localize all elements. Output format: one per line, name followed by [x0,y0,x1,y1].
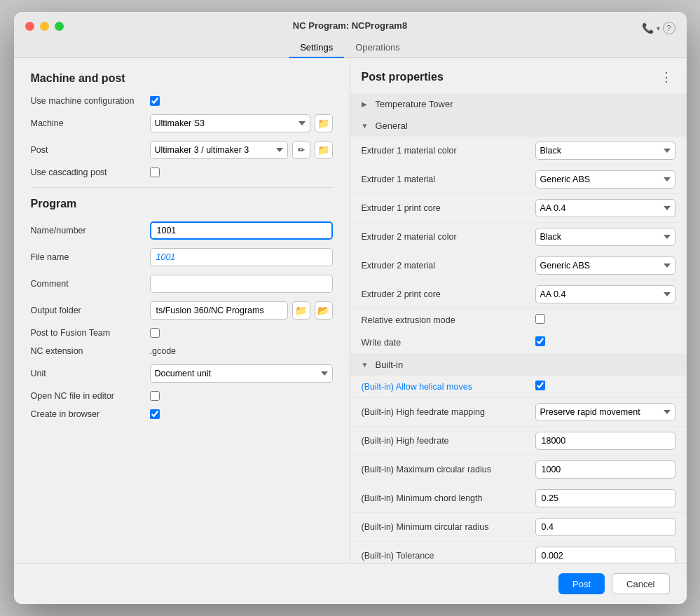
general-header[interactable]: ▼ General [350,115,687,137]
extruder2-color-row: Extruder 2 material color Black [350,223,687,252]
extruder2-material-label: Extruder 2 material [362,261,535,271]
use-cascading-checkbox[interactable] [150,167,160,177]
machine-label: Machine [31,118,150,128]
high-feedrate-mapping-select[interactable]: Preserve rapid movement [535,403,675,421]
allow-helical-row: (Built-in) Allow helical moves [350,376,687,398]
extruder2-material-select[interactable]: Generic ABS [535,256,675,275]
high-feedrate-label: (Built-in) High feedrate [362,436,535,446]
window-title: NC Program: NCProgram8 [293,20,407,31]
open-nc-row: Open NC file in editor [31,391,333,401]
post-edit-button[interactable]: ✏ [292,141,310,159]
nc-extension-label: NC extension [31,346,150,356]
high-feedrate-mapping-label: (Built-in) High feedrate mapping [362,407,535,417]
high-feedrate-value [535,432,675,450]
more-options-button[interactable]: ⋮ [657,69,675,85]
file-name-input[interactable] [150,248,333,266]
create-browser-checkbox[interactable] [150,409,160,419]
output-folder-browse-button[interactable]: 📁 [292,301,310,320]
unit-select[interactable]: Document unit [150,364,333,383]
temperature-tower-chevron: ▶ [362,100,370,108]
chevron-icon[interactable]: ▾ [657,25,660,32]
post-button[interactable]: Post [558,573,605,594]
min-chord-label: (Built-in) Minimum chord length [362,493,535,503]
cancel-button[interactable]: Cancel [612,573,669,594]
name-number-input[interactable] [150,221,333,240]
extruder1-color-select[interactable]: Black [535,142,675,160]
extruder1-color-row: Extruder 1 material color Black [350,137,687,165]
machine-select[interactable]: Ultimaker S3 [150,114,310,132]
close-button[interactable] [25,22,34,31]
min-chord-value [535,489,675,507]
unit-label: Unit [31,369,150,378]
comment-control [150,275,333,293]
titlebar: NC Program: NCProgram8 Settings Operatio… [14,12,687,58]
titlebar-actions: 📞 ▾ ? [642,22,675,34]
nc-extension-row: NC extension .gcode [31,346,333,356]
builtin-header[interactable]: ▼ Built-in [350,354,687,376]
nc-extension-value: .gcode [150,346,177,356]
temperature-tower-header[interactable]: ▶ Temperature Tower [350,93,687,115]
tab-settings[interactable]: Settings [289,38,344,58]
general-label: General [376,121,408,131]
use-cascading-row: Use cascading post [31,167,333,177]
post-fusion-control [150,328,333,338]
extruder2-core-label: Extruder 2 print core [362,289,535,299]
post-properties-title: Post properties [362,71,444,83]
write-date-checkbox[interactable] [535,336,545,346]
maximize-button[interactable] [55,22,64,31]
allow-helical-checkbox[interactable] [535,381,545,390]
output-folder-open-button[interactable]: 📂 [315,301,333,320]
right-panel: Post properties ⋮ ▶ Temperature Tower ▼ … [350,58,687,563]
use-machine-config-checkbox[interactable] [150,96,160,106]
name-number-row: Name/number [31,221,333,240]
post-row: Post Ultimaker 3 / ultimaker 3 ✏ 📁 [31,141,333,159]
phone-icon[interactable]: 📞 [642,22,654,34]
extruder2-color-label: Extruder 2 material color [362,232,535,242]
output-folder-row: Output folder 📁 📂 [31,301,333,320]
extruder1-material-row: Extruder 1 material Generic ABS [350,165,687,194]
min-chord-input[interactable] [535,489,675,507]
extruder2-color-select[interactable]: Black [535,228,675,246]
open-nc-label: Open NC file in editor [31,391,150,401]
output-folder-input[interactable] [150,301,288,320]
extruder1-color-label: Extruder 1 material color [362,146,535,156]
relative-extrusion-checkbox[interactable] [535,314,545,324]
help-icon[interactable]: ? [663,22,675,34]
relative-extrusion-label: Relative extrusion mode [362,315,535,325]
max-circular-input[interactable] [535,460,675,479]
use-machine-config-row: Use machine configuration [31,96,333,106]
footer: Post Cancel [14,563,687,604]
min-circular-input[interactable] [535,518,675,536]
extruder2-core-select[interactable]: AA 0.4 [535,285,675,303]
tolerance-input[interactable] [535,547,675,563]
max-circular-value [535,460,675,479]
max-circular-row: (Built-in) Maximum circular radius [350,456,687,484]
allow-helical-value [535,381,675,392]
unit-row: Unit Document unit [31,364,333,383]
extruder2-core-row: Extruder 2 print core AA 0.4 [350,280,687,309]
name-number-control [150,221,333,240]
allow-helical-label[interactable]: (Built-in) Allow helical moves [362,382,535,392]
post-fusion-checkbox[interactable] [150,328,160,338]
tab-bar: Settings Operations [289,38,411,57]
machine-folder-button[interactable]: 📁 [315,114,333,132]
extruder1-material-select[interactable]: Generic ABS [535,170,675,189]
comment-input[interactable] [150,275,333,293]
extruder2-color-value: Black [535,228,675,246]
post-select[interactable]: Ultimaker 3 / ultimaker 3 [150,141,288,159]
open-nc-checkbox[interactable] [150,391,160,401]
use-cascading-label: Use cascading post [31,167,150,177]
extruder1-core-label: Extruder 1 print core [362,203,535,213]
tab-operations[interactable]: Operations [344,38,411,58]
output-folder-label: Output folder [31,306,150,315]
post-folder-button[interactable]: 📁 [315,141,333,159]
minimize-button[interactable] [40,22,49,31]
high-feedrate-row: (Built-in) High feedrate [350,427,687,456]
machine-row: Machine Ultimaker S3 📁 [31,114,333,132]
comment-label: Comment [31,279,150,289]
post-label: Post [31,145,150,155]
min-circular-row: (Built-in) Minimum circular radius [350,513,687,542]
high-feedrate-input[interactable] [535,432,675,450]
extruder1-core-select[interactable]: AA 0.4 [535,199,675,217]
create-browser-control [150,409,333,419]
